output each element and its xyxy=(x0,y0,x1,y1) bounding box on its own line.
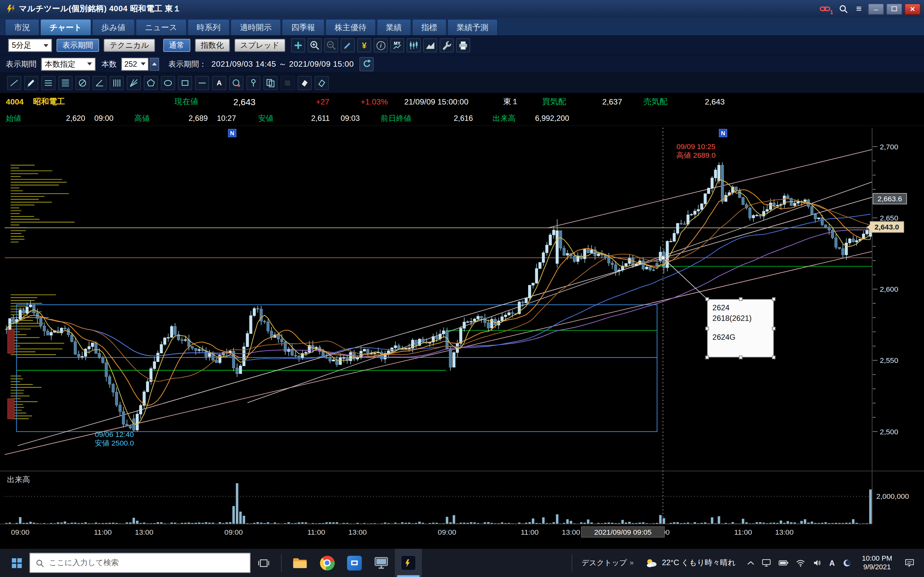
resize-handle[interactable] xyxy=(738,356,742,359)
pentagon-icon[interactable] xyxy=(144,76,158,90)
ime-indicator[interactable]: A xyxy=(829,558,835,567)
my-chart-icon[interactable]: MY xyxy=(390,38,404,52)
copy-icon[interactable] xyxy=(263,76,278,90)
h-segment-icon[interactable] xyxy=(195,76,209,90)
bid-label: 買気配 xyxy=(542,97,566,107)
multitool-icon[interactable] xyxy=(395,549,422,577)
taskbar-clock[interactable]: 10:00 PM 9/9/2021 xyxy=(856,554,898,572)
chevron-right-icon: » xyxy=(630,559,634,567)
wifi-icon[interactable] xyxy=(796,559,805,567)
zoom-out-icon[interactable] xyxy=(324,38,338,52)
battery-icon[interactable] xyxy=(779,559,788,566)
bar-count-input[interactable]: 252 xyxy=(121,57,148,70)
search-icon[interactable] xyxy=(838,4,848,13)
link-icon[interactable]: 1 xyxy=(819,4,830,13)
interval-select[interactable]: 5分足 xyxy=(8,39,52,52)
remote-desktop-icon[interactable] xyxy=(368,549,395,577)
search-icon xyxy=(35,558,44,567)
print-icon[interactable] xyxy=(456,38,470,52)
mail-app-icon[interactable] xyxy=(341,549,368,577)
eraser-fill-icon[interactable] xyxy=(298,76,312,90)
volume-label: 出来高 xyxy=(493,113,516,123)
change-percent: +1.03% xyxy=(360,97,388,106)
wrench-icon[interactable] xyxy=(439,38,454,52)
yen-icon[interactable]: ¥ xyxy=(357,38,371,52)
svg-text:13:00: 13:00 xyxy=(135,528,153,536)
tab-4[interactable]: 時系列 xyxy=(187,19,230,35)
svg-text:13:00: 13:00 xyxy=(775,528,793,536)
reset-period-icon[interactable] xyxy=(360,57,374,71)
news-marker-icon[interactable]: N xyxy=(228,129,236,137)
tab-2[interactable]: 歩み値 xyxy=(92,19,135,35)
svg-text:2,650: 2,650 xyxy=(880,214,898,222)
icon-stamp-icon[interactable] xyxy=(229,76,243,90)
tab-9[interactable]: 指標 xyxy=(412,19,446,35)
v-lines-icon[interactable] xyxy=(110,76,124,90)
candle-chart-icon[interactable] xyxy=(407,38,421,52)
tab-10[interactable]: 業績予測 xyxy=(447,19,498,35)
spread-button[interactable]: スプレッド xyxy=(234,39,285,52)
task-view-button[interactable] xyxy=(250,549,276,577)
tab-7[interactable]: 株主優待 xyxy=(325,19,376,35)
circle-cross-icon[interactable] xyxy=(75,76,89,90)
display-icon[interactable] xyxy=(762,559,771,567)
fan-line-icon[interactable] xyxy=(127,76,141,90)
normal-button[interactable]: 通常 xyxy=(163,39,190,52)
file-explorer-icon[interactable] xyxy=(286,549,313,577)
text-icon[interactable]: A xyxy=(212,76,226,90)
ellipse-icon[interactable] xyxy=(161,76,175,90)
tab-6[interactable]: 四季報 xyxy=(282,19,325,35)
crayon-icon[interactable] xyxy=(24,76,38,90)
menu-icon[interactable]: ≡ xyxy=(856,3,861,14)
resize-handle[interactable] xyxy=(706,326,709,330)
tab-1[interactable]: チャート xyxy=(40,19,91,35)
price-chart[interactable]: 2,7002,6502,6002,5502,5002,000,000出来高09:… xyxy=(0,126,924,549)
notification-icon[interactable] xyxy=(898,549,921,577)
tab-0[interactable]: 市況 xyxy=(5,19,39,35)
technical-button[interactable]: テクニカル xyxy=(103,39,155,52)
chart-note-tooltip[interactable]: 2624 2618(2621) 2624G xyxy=(707,299,774,358)
zoom-in-icon[interactable] xyxy=(308,38,322,52)
tab-3[interactable]: ニュース xyxy=(136,19,187,35)
minimize-button[interactable]: – xyxy=(868,3,884,15)
range-value: 2021/09/03 14:45 ～ 2021/09/09 15:00 xyxy=(212,59,354,69)
low-time: 09:03 xyxy=(341,113,360,122)
desktop-widget[interactable]: デスクトップ » xyxy=(577,558,638,568)
weather-widget[interactable]: 22°C くもり時々晴れ xyxy=(638,557,743,569)
angle-line-icon[interactable] xyxy=(92,76,107,90)
resize-handle[interactable] xyxy=(772,356,775,359)
high-annotation: 09/09 10:25 高値 2689.0 xyxy=(664,142,728,160)
rectangle-icon[interactable] xyxy=(178,76,192,90)
info-icon[interactable]: i xyxy=(374,38,388,52)
volume-icon[interactable] xyxy=(813,559,822,567)
period-mode-select[interactable]: 本数指定 xyxy=(41,57,95,70)
news-marker-icon[interactable]: N xyxy=(719,129,727,137)
chrome-icon[interactable] xyxy=(313,549,341,577)
pin-icon[interactable] xyxy=(246,76,260,90)
start-button[interactable] xyxy=(3,549,29,577)
night-mode-icon[interactable] xyxy=(843,558,851,567)
drawing-toolbar: A xyxy=(0,73,924,93)
area-chart-icon[interactable] xyxy=(423,38,437,52)
h-lines-3-icon[interactable] xyxy=(41,76,55,90)
eraser-outline-icon[interactable] xyxy=(315,76,329,90)
count-increment-button[interactable] xyxy=(150,57,159,70)
trend-line-icon[interactable] xyxy=(7,76,21,90)
tab-5[interactable]: 適時開示 xyxy=(231,19,281,35)
taskbar-search-input[interactable]: ここに入力して検索 xyxy=(29,553,250,573)
h-lines-4-icon[interactable] xyxy=(58,76,73,90)
indexed-button[interactable]: 指数化 xyxy=(195,39,229,52)
display-period-button[interactable]: 表示期間 xyxy=(57,39,99,52)
add-icon[interactable] xyxy=(291,38,305,52)
restore-button[interactable] xyxy=(886,3,902,15)
resize-handle[interactable] xyxy=(738,298,742,301)
resize-handle[interactable] xyxy=(772,326,775,330)
chevron-up-icon[interactable] xyxy=(747,560,754,566)
resize-handle[interactable] xyxy=(706,356,709,359)
resize-handle[interactable] xyxy=(772,298,775,301)
close-button[interactable]: × xyxy=(905,3,921,15)
tab-8[interactable]: 業績 xyxy=(376,19,411,35)
svg-text:2,700: 2,700 xyxy=(880,143,898,151)
draw-icon[interactable] xyxy=(341,38,355,52)
resize-handle[interactable] xyxy=(706,298,709,301)
